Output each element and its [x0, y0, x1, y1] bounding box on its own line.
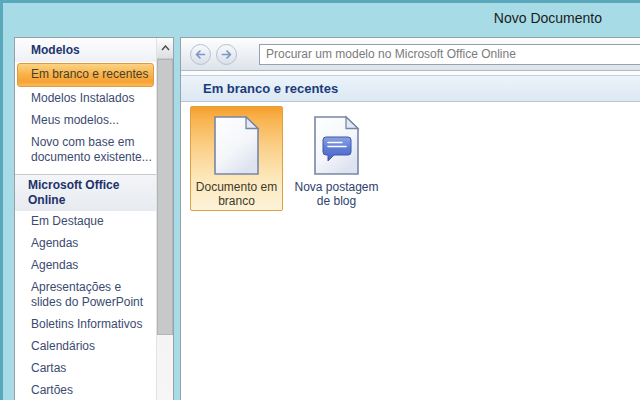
search-toolbar [181, 38, 640, 71]
blog-post-icon [313, 115, 360, 176]
chevron-up-icon [161, 45, 170, 51]
sidebar-item-cartoes[interactable]: Cartões [15, 380, 156, 400]
sidebar-scrollbar[interactable] [156, 38, 173, 400]
dialog-title: Novo Documento [494, 10, 602, 26]
search-input[interactable] [259, 44, 640, 65]
sidebar-header-modelos: Modelos [15, 38, 156, 62]
scroll-up-button[interactable] [157, 38, 173, 59]
sidebar-item-modelos-instalados[interactable]: Modelos Instalados [15, 88, 156, 110]
sidebar-item-apresentacoes-powerpoint[interactable]: Apresentações e slides do PowerPoint [15, 277, 156, 314]
scrollbar-thumb[interactable] [157, 59, 173, 335]
template-label: Nova postagem de blog [291, 180, 382, 208]
new-document-dialog: Novo Documento Modelos Em branco e recen… [0, 0, 640, 400]
sidebar-item-cartas[interactable]: Cartas [15, 358, 156, 380]
template-label: Documento em branco [191, 180, 282, 208]
sidebar-item-calendarios[interactable]: Calendários [15, 336, 156, 358]
back-button[interactable] [190, 44, 211, 65]
section-title: Em branco e recentes [181, 75, 640, 102]
sidebar-section-microsoft-office-online: Microsoft Office Online [15, 174, 156, 211]
template-tile-nova-postagem-de-blog[interactable]: Nova postagem de blog [290, 106, 383, 211]
forward-icon [220, 48, 233, 61]
sidebar-item-agendas-1[interactable]: Agendas [15, 233, 156, 255]
template-tile-documento-em-branco[interactable]: Documento em branco [190, 106, 283, 211]
sidebar-item-novo-com-base-documento-existente[interactable]: Novo com base em documento existente... [15, 132, 156, 169]
sidebar-item-boletins-informativos[interactable]: Boletins Informativos [15, 314, 156, 336]
template-gallery: Documento em branco [181, 102, 640, 211]
forward-button[interactable] [216, 44, 237, 65]
templates-sidebar: Modelos Em branco e recentes Modelos Ins… [14, 37, 174, 400]
sidebar-item-em-branco-e-recentes[interactable]: Em branco e recentes [17, 63, 154, 87]
sidebar-item-em-destaque[interactable]: Em Destaque [15, 211, 156, 233]
sidebar-item-agendas-2[interactable]: Agendas [15, 255, 156, 277]
titlebar: Novo Documento [3, 3, 640, 34]
main-panel: Em branco e recentes Documento em branco [180, 37, 640, 400]
sidebar-item-meus-modelos[interactable]: Meus modelos... [15, 110, 156, 132]
blank-document-icon [213, 115, 260, 176]
back-icon [194, 48, 207, 61]
template-category-list: Modelos Em branco e recentes Modelos Ins… [15, 38, 156, 400]
